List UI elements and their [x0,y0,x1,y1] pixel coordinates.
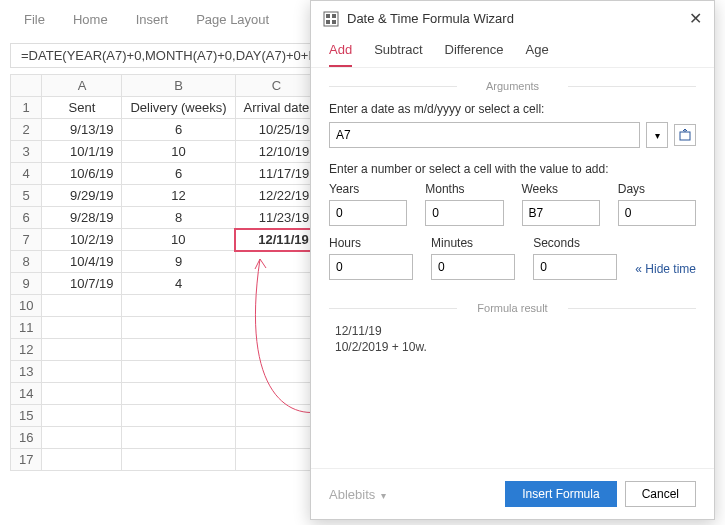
cell[interactable] [122,295,235,317]
tab-page-layout[interactable]: Page Layout [196,12,269,27]
tab-subtract[interactable]: Subtract [374,42,422,67]
tab-file[interactable]: File [24,12,45,27]
cell[interactable]: 12 [122,185,235,207]
cell[interactable]: 10/1/19 [42,141,122,163]
cell[interactable] [122,449,235,471]
dialog-footer: Ablebits ▾ Insert Formula Cancel [311,468,714,519]
cancel-button[interactable]: Cancel [625,481,696,507]
row-header[interactable]: 16 [11,427,42,449]
row-header[interactable]: 6 [11,207,42,229]
cell[interactable] [122,361,235,383]
cell[interactable] [235,361,318,383]
row-header[interactable]: 14 [11,383,42,405]
cell[interactable] [42,361,122,383]
cell[interactable] [235,383,318,405]
row-header[interactable]: 12 [11,339,42,361]
weeks-label: Weeks [522,182,600,196]
tab-age[interactable]: Age [526,42,549,67]
insert-formula-button[interactable]: Insert Formula [505,481,616,507]
weeks-input[interactable] [522,200,600,226]
days-label: Days [618,182,696,196]
tab-home[interactable]: Home [73,12,108,27]
row-header[interactable]: 7 [11,229,42,251]
cell[interactable]: 10 [122,141,235,163]
cell[interactable] [122,427,235,449]
cell[interactable] [235,273,318,295]
brand-label[interactable]: Ablebits ▾ [329,487,386,502]
cell[interactable] [235,449,318,471]
cell[interactable] [42,339,122,361]
cell[interactable] [42,317,122,339]
cell[interactable]: 6 [122,163,235,185]
row-header[interactable]: 13 [11,361,42,383]
cell[interactable] [235,339,318,361]
cell[interactable]: 9/28/19 [42,207,122,229]
cell[interactable] [42,383,122,405]
cell[interactable] [235,251,318,273]
cell[interactable]: Arrival date [235,97,318,119]
tab-insert[interactable]: Insert [136,12,169,27]
cell[interactable]: 11/23/19 [235,207,318,229]
cell[interactable] [42,427,122,449]
cell[interactable] [122,383,235,405]
cell[interactable]: 12/10/19 [235,141,318,163]
seconds-input[interactable] [533,254,617,280]
tab-add[interactable]: Add [329,42,352,67]
date-input[interactable] [329,122,640,148]
cell[interactable]: 8 [122,207,235,229]
cell[interactable] [235,295,318,317]
hide-time-link[interactable]: « Hide time [635,262,696,280]
cell[interactable]: Sent [42,97,122,119]
chevron-down-icon[interactable]: ▾ [646,122,668,148]
result-date: 12/11/19 [335,324,696,338]
row-header[interactable]: 9 [11,273,42,295]
result-expression: 10/2/2019 + 10w. [335,340,696,354]
cell[interactable]: 9 [122,251,235,273]
close-icon[interactable]: ✕ [689,9,702,28]
cell[interactable] [122,317,235,339]
cell[interactable]: 4 [122,273,235,295]
cell[interactable] [122,405,235,427]
row-header[interactable]: 15 [11,405,42,427]
minutes-input[interactable] [431,254,515,280]
cell[interactable]: 9/29/19 [42,185,122,207]
months-input[interactable] [425,200,503,226]
cell[interactable]: 6 [122,119,235,141]
cell[interactable] [235,405,318,427]
cell[interactable] [235,317,318,339]
col-header-b[interactable]: B [122,75,235,97]
row-header[interactable]: 4 [11,163,42,185]
row-header[interactable]: 5 [11,185,42,207]
cell-picker-icon[interactable] [674,124,696,146]
tab-difference[interactable]: Difference [445,42,504,67]
row-header[interactable]: 3 [11,141,42,163]
row-header[interactable]: 10 [11,295,42,317]
corner-cell[interactable] [11,75,42,97]
row-header[interactable]: 2 [11,119,42,141]
cell[interactable] [42,405,122,427]
cell[interactable]: 11/17/19 [235,163,318,185]
cell[interactable]: 9/13/19 [42,119,122,141]
cell[interactable]: Delivery (weeks) [122,97,235,119]
cell[interactable]: 10/7/19 [42,273,122,295]
cell[interactable]: 10/6/19 [42,163,122,185]
cell[interactable]: 10 [122,229,235,251]
row-header[interactable]: 8 [11,251,42,273]
years-input[interactable] [329,200,407,226]
col-header-a[interactable]: A [42,75,122,97]
cell[interactable] [42,449,122,471]
row-header[interactable]: 1 [11,97,42,119]
days-input[interactable] [618,200,696,226]
col-header-c[interactable]: C [235,75,318,97]
cell[interactable] [42,295,122,317]
cell[interactable]: 10/2/19 [42,229,122,251]
cell[interactable]: 10/25/19 [235,119,318,141]
hours-input[interactable] [329,254,413,280]
cell[interactable] [235,427,318,449]
cell[interactable]: 12/22/19 [235,185,318,207]
cell[interactable] [122,339,235,361]
cell[interactable]: 10/4/19 [42,251,122,273]
row-header[interactable]: 17 [11,449,42,471]
row-header[interactable]: 11 [11,317,42,339]
cell-selected[interactable]: 12/11/19 [235,229,318,251]
